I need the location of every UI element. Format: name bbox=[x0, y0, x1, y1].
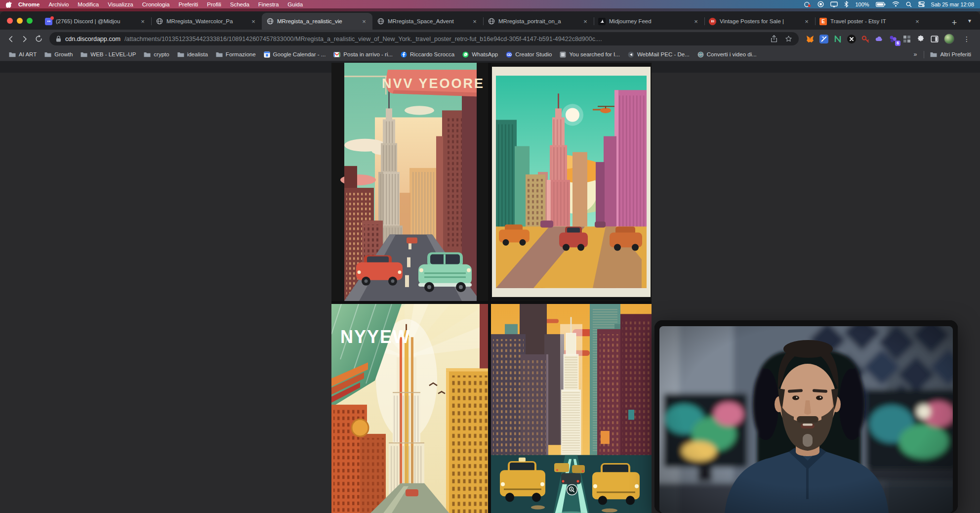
menu-finestra[interactable]: Finestra bbox=[254, 1, 284, 7]
bookmark-whatsapp[interactable]: WhatsApp bbox=[458, 51, 502, 58]
bookmark-label: idealista bbox=[187, 51, 208, 57]
tab-close-icon[interactable]: × bbox=[360, 17, 368, 25]
flag-extension-icon[interactable] bbox=[819, 35, 828, 43]
n-extension-icon[interactable] bbox=[833, 35, 842, 43]
menu-chrome[interactable]: Chrome bbox=[14, 1, 44, 7]
close-window-button[interactable] bbox=[7, 18, 13, 24]
wifi-icon[interactable] bbox=[892, 1, 899, 7]
bookmark-crypto[interactable]: crypto bbox=[140, 51, 173, 57]
chrome-menu-kebab-icon[interactable]: ⋮ bbox=[959, 35, 973, 43]
battery-icon bbox=[876, 2, 886, 7]
bookmark-idealista[interactable]: idealista bbox=[173, 51, 212, 57]
tab-discord[interactable]: (2765) Discord | @Midjou × bbox=[41, 13, 151, 30]
apple-menu-icon[interactable] bbox=[6, 1, 12, 8]
tab-label: Travel poster - Etsy IT bbox=[830, 18, 910, 24]
tab-close-icon[interactable]: × bbox=[581, 17, 589, 25]
stop-record-icon[interactable] bbox=[817, 1, 824, 7]
bookmark-facebook[interactable]: Riccardo Scrocca bbox=[397, 51, 458, 58]
bluetooth-icon[interactable] bbox=[844, 1, 849, 7]
tab-search-chevron[interactable]: ▾ bbox=[962, 17, 977, 24]
address-bar[interactable]: cdn.discordapp.com/attachments/101351233… bbox=[49, 32, 799, 45]
url-path: /attachments/1013512335442333816/1089142… bbox=[124, 36, 767, 43]
new-tab-button[interactable]: + bbox=[947, 16, 961, 30]
bookmark-formazione[interactable]: Formazione bbox=[212, 51, 260, 57]
tab-close-icon[interactable]: × bbox=[471, 17, 479, 25]
webcam-overlay bbox=[654, 320, 958, 513]
extensions-puzzle-icon[interactable] bbox=[916, 35, 925, 43]
bookmark-google-calendar[interactable]: Google Calendar - ... bbox=[260, 51, 330, 58]
midjourney-image-grid[interactable]: NVV YEOORE bbox=[331, 63, 652, 513]
bookmark-label: Riccardo Scrocca bbox=[410, 51, 454, 57]
cloud-extension-icon[interactable] bbox=[875, 35, 884, 43]
minimize-window-button[interactable] bbox=[17, 18, 23, 24]
back-button[interactable] bbox=[4, 32, 18, 46]
tab-close-icon[interactable]: × bbox=[692, 17, 700, 25]
menu-profili[interactable]: Profili bbox=[203, 1, 226, 7]
bookmark-label: WEB - LEVEL-UP bbox=[90, 51, 136, 57]
bookmark-converti-video[interactable]: Converti i video di... bbox=[694, 51, 761, 58]
fullscreen-window-button[interactable] bbox=[27, 18, 33, 24]
menu-visualizza[interactable]: Visualizza bbox=[103, 1, 138, 7]
tab-space-adventure[interactable]: MRregista_Space_Advent × bbox=[372, 13, 483, 30]
bookmark-ai-art[interactable]: AI ART bbox=[5, 51, 41, 57]
bookmark-label: Posta in arrivo - ri... bbox=[343, 51, 393, 57]
tab-realistic-view-active[interactable]: MRregista_a_realistic_vie × bbox=[262, 13, 372, 30]
tab-midjourney-feed[interactable]: Midjourney Feed × bbox=[594, 13, 704, 30]
menu-archivio[interactable]: Archivio bbox=[44, 1, 73, 7]
tab-etsy[interactable]: E Travel poster - Etsy IT × bbox=[815, 13, 926, 30]
bookmarks-overflow-chevrons[interactable]: » bbox=[908, 51, 922, 58]
tab-watercolor[interactable]: MRregista_Watercolor_Pa × bbox=[151, 13, 262, 30]
bookmark-star-icon[interactable] bbox=[785, 35, 792, 43]
menu-cronologia[interactable]: Cronologia bbox=[138, 1, 174, 7]
tab-label: Midjourney Feed bbox=[609, 18, 689, 24]
poster-new-york-top-left[interactable]: NVV YEOORE bbox=[331, 63, 488, 301]
tab-label: MRregista_Space_Advent bbox=[388, 18, 467, 24]
bookmark-you-searched[interactable]: You searched for I... bbox=[556, 51, 624, 58]
midjourney-favicon bbox=[598, 18, 606, 25]
display-icon[interactable] bbox=[830, 1, 838, 7]
bookmark-altri-preferiti[interactable]: Altri Preferiti bbox=[926, 51, 975, 57]
share-icon[interactable] bbox=[771, 35, 777, 43]
menu-modifica[interactable]: Modifica bbox=[73, 1, 103, 7]
bookmark-creator-studio[interactable]: Creator Studio bbox=[502, 51, 556, 58]
bookmark-label: AI ART bbox=[19, 51, 37, 57]
bookmark-gmail[interactable]: Posta in arrivo - ri... bbox=[329, 51, 397, 57]
tab-vintage-posters[interactable]: Vintage Posters for Sale | × bbox=[704, 13, 815, 30]
poster-new-york-bottom-left[interactable]: NYYEW bbox=[331, 304, 488, 513]
bookmark-webmail-pec[interactable]: WebMail PEC - De... bbox=[624, 51, 694, 58]
tab-close-icon[interactable]: × bbox=[803, 17, 811, 25]
spotlight-search-icon[interactable] bbox=[906, 1, 912, 7]
poster-banner: NVV YEOORE bbox=[382, 70, 485, 96]
profile-avatar[interactable] bbox=[944, 34, 954, 44]
round-x-extension-icon[interactable] bbox=[847, 35, 856, 43]
screen-recording-icon[interactable] bbox=[804, 1, 811, 7]
tab-strip: (2765) Discord | @Midjou × MRregista_Wat… bbox=[0, 11, 980, 30]
control-center-icon[interactable] bbox=[918, 1, 925, 7]
metamask-extension-icon[interactable] bbox=[806, 35, 815, 43]
macos-menubar: Chrome Archivio Modifica Visualizza Cron… bbox=[0, 0, 980, 8]
tab-portrait[interactable]: MRregista_portrait_on_a × bbox=[483, 13, 594, 30]
side-panel-icon[interactable] bbox=[930, 35, 939, 43]
menu-preferiti[interactable]: Preferiti bbox=[174, 1, 203, 7]
forward-button[interactable] bbox=[18, 32, 32, 46]
bookmark-growth[interactable]: Growth bbox=[41, 51, 77, 57]
tab-close-icon[interactable]: × bbox=[249, 17, 257, 25]
reload-button[interactable] bbox=[32, 32, 45, 46]
poster-new-york-top-right[interactable] bbox=[491, 63, 652, 301]
menu-guida[interactable]: Guida bbox=[283, 1, 307, 7]
key-extension-icon[interactable] bbox=[861, 35, 870, 43]
poster-new-york-bottom-right[interactable] bbox=[491, 304, 652, 513]
bookmark-label: Creator Studio bbox=[515, 51, 552, 57]
tab-close-icon[interactable]: × bbox=[913, 17, 921, 25]
desktop: { "menubar": { "app_name": "Chrome", "it… bbox=[0, 0, 980, 513]
tab-close-icon[interactable]: × bbox=[139, 17, 147, 25]
bookmark-web-level-up[interactable]: WEB - LEVEL-UP bbox=[77, 51, 140, 57]
tab-label: (2765) Discord | @Midjou bbox=[56, 18, 135, 24]
menu-scheda[interactable]: Scheda bbox=[226, 1, 254, 7]
poster-caption: NYYEW bbox=[340, 327, 410, 347]
grid-extension-icon[interactable] bbox=[902, 35, 911, 43]
menubar-clock[interactable]: Sab 25 mar 12:08 bbox=[931, 1, 974, 7]
purple-cluster-extension-icon[interactable]: 6 bbox=[889, 35, 898, 43]
etsy-favicon: E bbox=[819, 18, 827, 25]
bookmark-label: crypto bbox=[154, 51, 169, 57]
